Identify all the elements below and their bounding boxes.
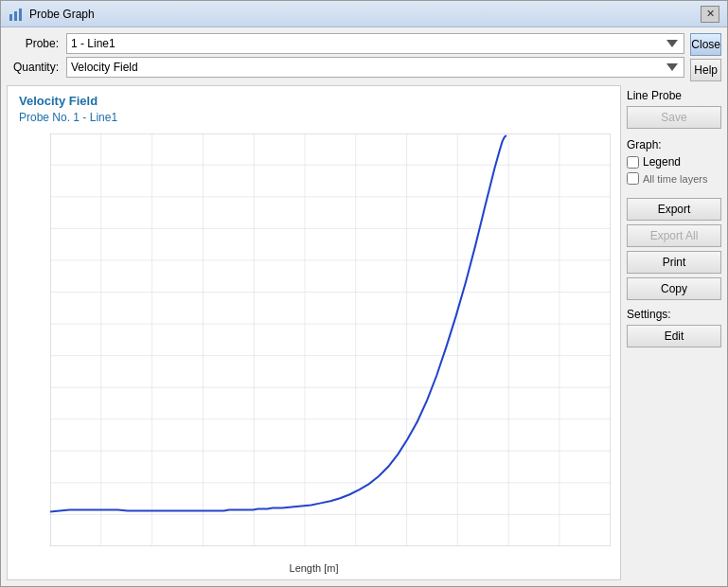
title-bar: Probe Graph ✕ — [1, 1, 727, 27]
probe-row: Probe: 1 - Line1 — [7, 33, 684, 54]
window-close-button[interactable]: ✕ — [701, 6, 719, 23]
svg-rect-0 — [9, 14, 12, 21]
save-button[interactable]: Save — [627, 106, 721, 129]
quantity-row: Quantity: Velocity Field — [7, 57, 684, 78]
header-row: Probe: 1 - Line1 Quantity: Velocity Fiel… — [7, 33, 721, 81]
export-all-button[interactable]: Export All — [627, 224, 721, 247]
legend-label[interactable]: Legend — [643, 155, 681, 169]
right-panel: Line Probe Save Graph: Legend All time l… — [627, 85, 721, 580]
quantity-select[interactable]: Velocity Field — [66, 57, 684, 78]
svg-rect-5 — [50, 133, 611, 546]
svg-rect-2 — [19, 9, 22, 21]
help-button[interactable]: Help — [690, 59, 721, 81]
settings-label: Settings: — [627, 308, 721, 321]
probe-select[interactable]: 1 - Line1 — [66, 33, 684, 54]
chart-title: Velocity Field — [19, 94, 98, 108]
all-time-layers-label[interactable]: All time layers — [643, 173, 707, 185]
probe-label: Probe: — [7, 37, 59, 50]
main-window: Probe Graph ✕ Probe: 1 - Line1 Quantity:… — [0, 0, 728, 587]
edit-button[interactable]: Edit — [627, 325, 721, 347]
top-right-buttons: Close Help — [690, 33, 721, 81]
graph-label: Graph: — [627, 138, 721, 151]
x-axis-label: Length [m] — [290, 562, 339, 574]
print-button[interactable]: Print — [627, 251, 721, 274]
all-time-layers-checkbox[interactable] — [627, 172, 639, 185]
line-probe-label: Line Probe — [627, 89, 721, 102]
export-button[interactable]: Export — [627, 198, 721, 221]
chart-svg: 0 0.30 0.60 0.90 1.20 1.50 1.80 2.10 2.4… — [50, 133, 611, 546]
selects-column: Probe: 1 - Line1 Quantity: Velocity Fiel… — [7, 33, 684, 78]
close-button[interactable]: Close — [690, 33, 721, 56]
content-area: Probe: 1 - Line1 Quantity: Velocity Fiel… — [1, 27, 727, 586]
window-title: Probe Graph — [29, 8, 95, 21]
copy-button[interactable]: Copy — [627, 277, 721, 300]
legend-checkbox[interactable] — [627, 156, 639, 169]
all-time-layers-row: All time layers — [627, 172, 721, 185]
chart-icon — [9, 7, 24, 22]
quantity-label: Quantity: — [7, 61, 59, 74]
title-bar-left: Probe Graph — [9, 7, 95, 22]
chart-subtitle: Probe No. 1 - Line1 — [19, 111, 117, 124]
chart-container: 0 0.30 0.60 0.90 1.20 1.50 1.80 2.10 2.4… — [50, 133, 611, 546]
legend-checkbox-row: Legend — [627, 155, 721, 169]
chart-area: Velocity Field Probe No. 1 - Line1 Veloc… — [7, 85, 621, 580]
svg-rect-1 — [14, 11, 17, 21]
main-area: Velocity Field Probe No. 1 - Line1 Veloc… — [7, 85, 721, 580]
